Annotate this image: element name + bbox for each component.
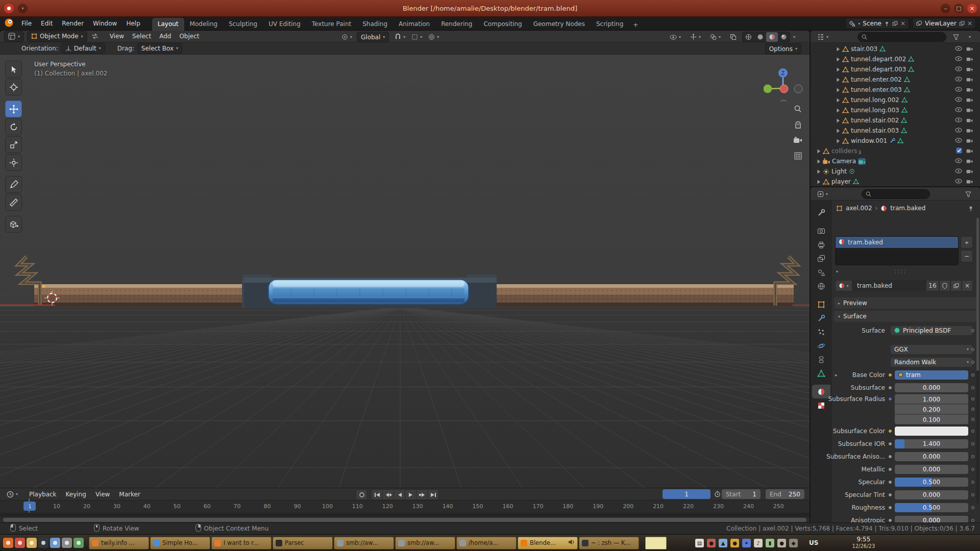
disable-render-icon[interactable] <box>966 168 973 175</box>
outliner-row-light[interactable]: Light <box>811 166 980 177</box>
property-value[interactable]: Principled BSDF <box>891 326 972 335</box>
disclosure-icon[interactable] <box>836 98 840 103</box>
tool-rotate[interactable] <box>5 118 22 135</box>
decorator-dot[interactable] <box>971 408 974 411</box>
tab-particles[interactable] <box>812 325 830 339</box>
navigation-gizmo[interactable]: Z <box>764 61 804 102</box>
swatch-window-button[interactable] <box>645 537 667 549</box>
play-reverse-button[interactable] <box>394 489 405 500</box>
workspace-tab-rendering[interactable]: Rendering <box>435 18 478 31</box>
workspace-tab-modeling[interactable]: Modeling <box>184 18 224 31</box>
launcher-system[interactable] <box>74 538 84 548</box>
launcher-terminal[interactable] <box>38 538 48 548</box>
color-swatch[interactable] <box>895 427 968 436</box>
menu-window[interactable]: Window <box>88 18 121 29</box>
tab-scene[interactable] <box>812 265 830 279</box>
properties-search[interactable] <box>862 189 930 199</box>
close-button[interactable]: × <box>967 4 977 13</box>
decorator-dot[interactable] <box>971 493 974 496</box>
scene-selector[interactable]: ▾ Scene × <box>845 18 909 29</box>
outliner-row-player[interactable]: player <box>811 177 980 186</box>
disclosure-icon[interactable] <box>836 108 840 113</box>
properties-filter-button[interactable] <box>963 189 974 199</box>
outliner-row-tunnel-enter-002[interactable]: tunnel.enter.002 <box>811 74 980 85</box>
timeline-menu-keying[interactable]: Keying <box>61 489 91 499</box>
decorator-dot[interactable] <box>971 430 974 433</box>
property-value[interactable]: tram <box>895 370 968 380</box>
tray-power[interactable]: ▮ <box>766 539 774 547</box>
launcher-editor[interactable] <box>50 538 60 548</box>
tab-modifiers[interactable] <box>812 311 830 325</box>
disable-render-icon[interactable] <box>966 158 973 165</box>
disclosure-icon[interactable] <box>836 118 840 123</box>
keyboard-layout-indicator[interactable]: US <box>809 539 818 546</box>
disable-render-icon[interactable] <box>966 137 973 144</box>
tab-output[interactable] <box>812 238 830 252</box>
new-scene-icon[interactable] <box>892 21 898 27</box>
previous-keyframe-button[interactable] <box>382 489 394 500</box>
browse-material-button[interactable]: ▾ <box>835 280 852 291</box>
gizmo-x-axis[interactable] <box>780 85 788 93</box>
pan-button[interactable] <box>791 118 805 132</box>
property-value[interactable]: Random Walk▾ <box>891 358 972 367</box>
workspace-tab-compositing[interactable]: Compositing <box>478 18 527 31</box>
property-value[interactable]: GGX▾ <box>891 345 972 354</box>
gizmos-dropdown[interactable]: ▾ <box>688 32 703 42</box>
disable-render-icon[interactable] <box>966 66 973 73</box>
add-workspace-button[interactable]: + <box>629 19 642 31</box>
tram-object[interactable] <box>268 280 469 304</box>
proportional-edit-dropdown[interactable]: ▾ <box>426 32 442 42</box>
tray-volume[interactable]: ♪ <box>754 539 763 547</box>
hide-viewport-icon[interactable] <box>955 86 962 93</box>
orientation-dropdown[interactable]: Global ▾ <box>357 32 389 42</box>
gizmo-z-neg-axis[interactable] <box>779 100 788 102</box>
collection-checkbox[interactable] <box>956 147 962 155</box>
outliner-filter-button[interactable] <box>950 32 962 42</box>
workspace-tab-sculpting[interactable]: Sculpting <box>223 18 263 31</box>
tool-annotate[interactable] <box>5 176 22 193</box>
viewport-menu-object[interactable]: Object <box>175 31 203 41</box>
decorator-dot[interactable] <box>971 468 974 471</box>
disable-render-icon[interactable] <box>966 147 973 155</box>
property-value[interactable]: 0.000 <box>895 383 968 392</box>
material-name-field[interactable]: tram.baked <box>852 280 926 291</box>
property-value[interactable]: 1.400 <box>895 439 968 448</box>
expand-icon[interactable]: ▸ <box>835 368 838 381</box>
pivot-dropdown[interactable]: ▾ <box>339 32 355 42</box>
tray-network[interactable]: ▲ <box>719 539 727 547</box>
outliner-row-window-001[interactable]: window.001 <box>811 136 980 146</box>
decorator-dot[interactable] <box>971 455 974 458</box>
workspace-tab-animation[interactable]: Animation <box>393 18 435 31</box>
tab-object[interactable] <box>812 297 830 311</box>
launcher-browser[interactable] <box>3 538 13 548</box>
tray-clipboard[interactable]: ▤ <box>695 539 704 547</box>
launcher-media[interactable] <box>62 538 72 548</box>
tool-add-cube[interactable] <box>5 216 22 233</box>
viewport-menu-select[interactable]: Select <box>128 31 155 41</box>
vector-field[interactable]: 0.100 <box>895 415 968 424</box>
hide-viewport-icon[interactable] <box>955 137 962 144</box>
timeline-scroll-handle[interactable] <box>3 518 806 522</box>
tab-view-layer[interactable] <box>812 252 830 265</box>
disclosure-icon[interactable] <box>836 47 840 52</box>
workspace-tab-texture-paint[interactable]: Texture Paint <box>306 18 357 31</box>
decorator-dot[interactable] <box>971 348 974 351</box>
property-value[interactable]: 0.000 <box>895 465 968 474</box>
timeline-menu-view[interactable]: View <box>91 489 114 499</box>
toggle-xray-button[interactable] <box>727 32 739 42</box>
slot-specials-icon[interactable]: ▾ <box>836 269 838 274</box>
outliner-row-tunnel-stair-002[interactable]: tunnel.stair.002 <box>811 115 980 126</box>
camera-view-button[interactable] <box>791 133 805 147</box>
menu-help[interactable]: Help <box>121 18 144 29</box>
minimize-button[interactable]: – <box>941 4 950 13</box>
property-value[interactable]: 0.500 <box>895 503 968 512</box>
current-frame-field[interactable]: 1 <box>663 489 710 499</box>
viewport-canvas[interactable]: User Perspective (1) Collection | axel.0… <box>0 55 810 488</box>
disclosure-icon[interactable] <box>836 57 840 62</box>
remove-slot-button[interactable]: − <box>961 250 973 262</box>
tab-physics[interactable] <box>812 339 830 353</box>
auto-key-button[interactable] <box>356 489 368 500</box>
zoom-button[interactable] <box>791 102 805 116</box>
workspace-tab-layout[interactable]: Layout <box>152 18 184 31</box>
outliner-editor-type-button[interactable]: ▾ <box>815 32 831 42</box>
